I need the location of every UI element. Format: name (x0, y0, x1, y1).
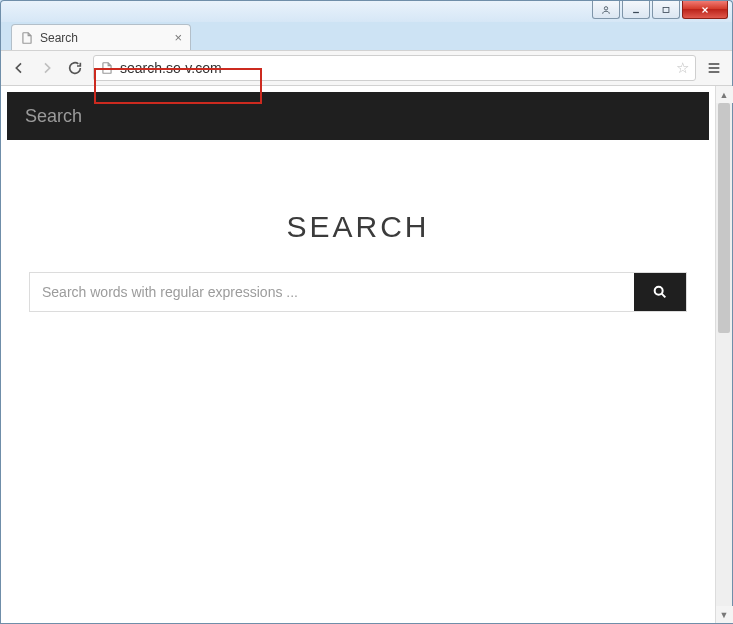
vertical-scrollbar[interactable]: ▲ ▼ (715, 86, 732, 623)
bookmark-star-icon[interactable]: ☆ (676, 59, 689, 77)
minimize-button[interactable] (622, 1, 650, 19)
page-viewport: Search SEARCH ▲ ▼ (1, 86, 732, 623)
maximize-button[interactable] (652, 1, 680, 19)
address-bar[interactable]: search.so-v.com ☆ (93, 55, 696, 81)
back-button[interactable] (9, 58, 29, 78)
user-button[interactable] (592, 1, 620, 19)
site-header: Search (7, 92, 709, 140)
search-icon (652, 284, 668, 300)
window-titlebar (0, 0, 733, 22)
svg-rect-2 (663, 7, 669, 12)
tab-close-icon[interactable]: × (174, 30, 182, 45)
search-input[interactable] (30, 273, 634, 311)
scroll-thumb[interactable] (718, 103, 730, 333)
page-content: Search SEARCH (1, 86, 715, 623)
close-button[interactable] (682, 1, 728, 19)
page-icon (20, 31, 34, 45)
tab-strip: Search × (1, 22, 732, 50)
page-icon (100, 61, 114, 75)
svg-line-9 (662, 294, 666, 298)
scroll-track[interactable] (716, 103, 732, 606)
scroll-down-arrow[interactable]: ▼ (716, 606, 733, 623)
forward-button[interactable] (37, 58, 57, 78)
search-form (29, 272, 687, 312)
svg-point-0 (604, 6, 607, 9)
url-text: search.so-v.com (120, 60, 222, 76)
browser-toolbar: search.so-v.com ☆ (1, 50, 732, 86)
tab-title: Search (40, 31, 78, 45)
menu-button[interactable] (704, 58, 724, 78)
svg-point-8 (655, 287, 663, 295)
site-brand[interactable]: Search (25, 106, 82, 127)
browser-tab[interactable]: Search × (11, 24, 191, 50)
search-button[interactable] (634, 273, 686, 311)
search-heading: SEARCH (29, 210, 687, 244)
scroll-up-arrow[interactable]: ▲ (716, 86, 733, 103)
browser-window: Search × search.so-v.com ☆ Search (0, 22, 733, 624)
reload-button[interactable] (65, 58, 85, 78)
